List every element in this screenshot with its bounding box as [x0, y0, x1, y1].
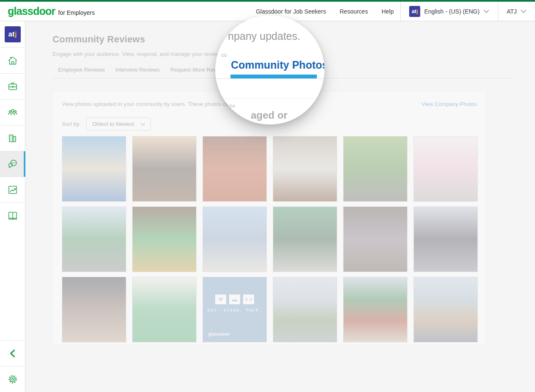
brand: glassdoor for Employers [0, 5, 95, 17]
photo-marina-team-lunch[interactable] [62, 136, 126, 202]
sort-dropdown[interactable]: Oldest to Newest [86, 117, 151, 131]
chevron-down-icon [521, 9, 527, 13]
company-logo-badge: atj [5, 26, 21, 42]
gear-icon [7, 374, 18, 385]
language-selector[interactable]: atj English - (US) (ENG) [401, 2, 498, 21]
magnified-tab-border [215, 78, 324, 79]
photo-office-wall-paintings[interactable] [413, 136, 478, 202]
tab-employee-reviews[interactable]: Employee Reviews [58, 67, 105, 78]
sidebar-settings-button[interactable] [0, 366, 25, 392]
photo-team-dinner-white-shirts[interactable] [273, 136, 337, 202]
photo-stadium-group-selfie[interactable] [62, 277, 126, 342]
glassdoor-logo[interactable]: glassdoor [8, 5, 55, 17]
magnified-community-photos-tab[interactable]: Community Photos [231, 59, 324, 71]
chevron-left-icon [7, 348, 18, 359]
chart-icon [7, 184, 18, 195]
poster-brand: glassdoor [208, 332, 230, 336]
home-icon [7, 55, 18, 66]
nav-help[interactable]: Help [382, 8, 394, 15]
photo-patio-party-balloons[interactable] [62, 206, 126, 272]
magnified-description-fragment: aged or [251, 109, 288, 121]
poster-icon: ▬ [229, 295, 240, 304]
building-icon [7, 133, 18, 144]
photo-grid: Ψ▬< >eat. sleep. hack.glassdoor [62, 136, 477, 342]
photo-candy-bowl-green-ball[interactable] [132, 206, 197, 272]
photo-rooftop-bbq-umbrella[interactable] [273, 206, 337, 272]
chat-icon [7, 158, 18, 170]
community-photos-panel: View photos uploaded to your community b… [53, 91, 486, 345]
sidebar-item-reviews[interactable] [0, 151, 25, 177]
sidebar-company-badge[interactable]: atj [0, 21, 25, 47]
sidebar-item-jobs[interactable] [0, 73, 25, 99]
sort-by-label: Sort by: [62, 121, 81, 127]
book-icon [7, 210, 18, 221]
poster-icon: < > [243, 295, 254, 304]
tab-interview-reviews[interactable]: Interview Reviews [116, 67, 160, 78]
briefcase-icon [7, 81, 18, 92]
sidebar-collapse-button[interactable] [0, 340, 25, 366]
sort-dropdown-value: Oldest to Newest [92, 121, 134, 127]
chevron-down-icon [483, 9, 489, 13]
logo-suffix: for Employers [58, 9, 94, 16]
photo-award-trophy-table[interactable] [202, 136, 267, 202]
account-label: ATJ [507, 8, 517, 15]
nav-resources[interactable]: Resources [340, 8, 368, 15]
photo-hiking-group-summit[interactable] [202, 206, 267, 272]
sidebar-item-resources[interactable] [0, 203, 25, 228]
chevron-down-icon [140, 122, 145, 126]
sidebar-spacer [0, 228, 25, 340]
photo-team-members-with-drinks[interactable] [132, 136, 197, 202]
people-icon [7, 107, 18, 118]
magnifier-circle: npany updates. co Community Photos not b… [215, 15, 324, 125]
account-menu[interactable]: ATJ [498, 2, 535, 21]
sidebar-item-home[interactable] [0, 47, 25, 73]
photo-group-red-building[interactable] [343, 277, 407, 342]
photo-park-party-bounce-house[interactable] [343, 136, 407, 202]
poster-caption: eat. sleep. hack. [207, 308, 262, 313]
photo-halloween-costume-group[interactable] [343, 206, 407, 272]
magnified-subtitle-fragment: npany updates. [228, 30, 300, 42]
poster-icon: Ψ [215, 295, 226, 304]
sidebar-item-company[interactable] [0, 125, 25, 151]
photo-marina-sailboats[interactable] [273, 277, 337, 342]
header-nav: Glassdoor for Job Seekers Resources Help… [249, 2, 535, 21]
language-label: English - (US) (ENG) [424, 8, 480, 15]
view-company-photos-link[interactable]: View Company Photos [421, 101, 477, 107]
magnified-tab-underline [230, 75, 317, 78]
sidebar: atj [0, 21, 25, 392]
sidebar-item-community[interactable] [0, 99, 25, 125]
magnifier-text-fragment: co [221, 52, 227, 58]
photo-dock-swim-group[interactable] [413, 277, 478, 342]
magnified-panel-edge [215, 98, 324, 99]
company-logo-badge: atj [409, 6, 420, 17]
photo-outdoor-grilling[interactable] [413, 206, 478, 272]
photo-eat-sleep-hack-poster[interactable]: Ψ▬< >eat. sleep. hack.glassdoor [202, 277, 267, 342]
photo-glassdoor-green-onesie[interactable] [132, 277, 197, 342]
sidebar-item-analytics[interactable] [0, 177, 25, 203]
nav-glassdoor-for-job-seekers[interactable]: Glassdoor for Job Seekers [256, 8, 326, 15]
